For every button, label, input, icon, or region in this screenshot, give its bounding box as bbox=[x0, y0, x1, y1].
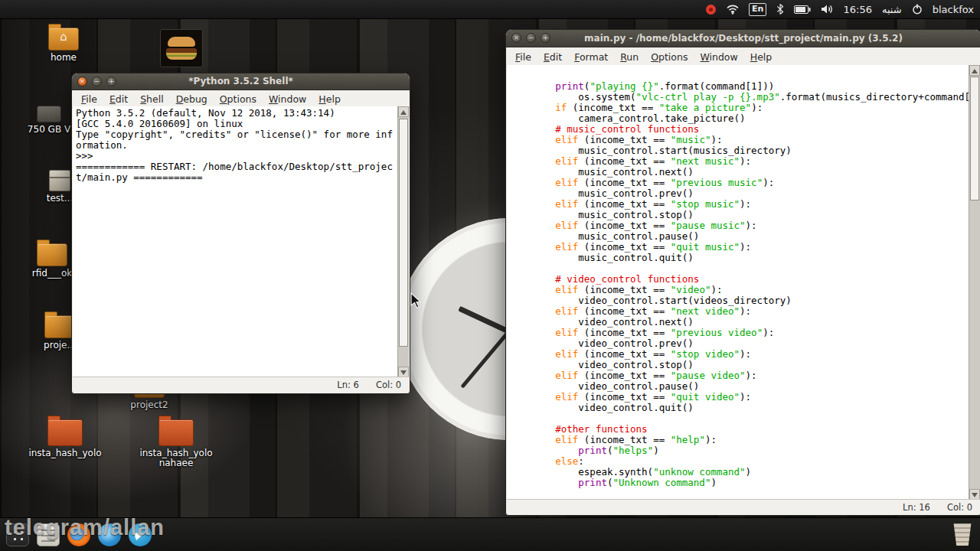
editor-scrollbar[interactable] bbox=[969, 65, 980, 500]
code-token: music_control.start(musics_directory) bbox=[509, 145, 792, 156]
code-token: ): bbox=[710, 134, 722, 145]
code-token bbox=[509, 348, 555, 360]
code-token: ): bbox=[746, 220, 757, 231]
battery-icon[interactable] bbox=[794, 0, 811, 18]
session-power-icon[interactable] bbox=[912, 0, 923, 18]
volume-icon[interactable] bbox=[821, 0, 833, 18]
menu-help[interactable]: Help bbox=[312, 93, 347, 105]
editor-code-line: #other functions bbox=[509, 424, 969, 435]
desktop-root: En 16:56 شنبه bbox=[0, 0, 980, 551]
code-token bbox=[509, 80, 555, 92]
editor-code-line: elif (income_txt == "next music"): bbox=[509, 156, 969, 167]
menu-window[interactable]: Window bbox=[263, 93, 312, 105]
editor-menubar: FileEditFormatRunOptionsWindowHelp bbox=[506, 47, 980, 67]
code-token: (income_txt == bbox=[578, 284, 670, 295]
desktop-icon-label: nahaee bbox=[136, 458, 216, 468]
editor-code-line: elif (income_txt == "video"): bbox=[509, 285, 969, 295]
menu-edit[interactable]: Edit bbox=[537, 51, 568, 63]
editor-code-line: video_control.start(videos_directory) bbox=[509, 295, 969, 306]
code-token: ): bbox=[710, 284, 722, 295]
editor-code-line: print("playing {}".format(command[1])) bbox=[509, 81, 969, 92]
code-token: "vlc-ctrl play -p {}.mp3" bbox=[636, 91, 780, 103]
minimize-button[interactable]: − bbox=[526, 33, 536, 43]
bluetooth-icon[interactable] bbox=[776, 0, 784, 18]
shell-text-area[interactable]: Python 3.5.2 (default, Nov 12 2018, 13:4… bbox=[73, 106, 398, 377]
editor-code-line: elif (income_txt == "quit video"): bbox=[509, 392, 969, 403]
menu-run[interactable]: Run bbox=[614, 51, 645, 63]
editor-code-line: elif (income_txt == "pause music"): bbox=[509, 220, 969, 231]
desktop-icon-insta-hash-yolo-nahaee[interactable]: insta_hash_yolo nahaee bbox=[136, 419, 216, 468]
minimize-button[interactable]: − bbox=[92, 77, 102, 86]
window-buttons: × − + bbox=[511, 33, 550, 43]
code-token: (income_txt == bbox=[578, 198, 670, 210]
editor-code-line: print("helps") bbox=[509, 445, 969, 456]
menu-format[interactable]: Format bbox=[568, 51, 614, 63]
code-token: ): bbox=[740, 348, 751, 360]
calendar-day[interactable]: شنبه bbox=[882, 0, 902, 18]
telegram-icon[interactable] bbox=[129, 523, 152, 546]
shell-menubar: FileEditShellDebugOptionsWindowHelp bbox=[72, 90, 410, 108]
desktop-icon-burger-image[interactable] bbox=[159, 29, 204, 67]
menu-edit[interactable]: Edit bbox=[103, 93, 134, 105]
code-token bbox=[509, 198, 555, 210]
code-token: "help" bbox=[671, 434, 705, 445]
code-token bbox=[509, 370, 555, 381]
scroll-up-arrow-icon[interactable] bbox=[969, 65, 980, 76]
record-indicator-icon[interactable] bbox=[705, 0, 717, 18]
blue-app-icon[interactable] bbox=[98, 523, 121, 546]
keyboard-layout-indicator[interactable]: En bbox=[749, 3, 766, 16]
close-button[interactable]: × bbox=[511, 33, 521, 43]
clock-time[interactable]: 16:56 bbox=[843, 0, 871, 18]
code-token: ): bbox=[705, 434, 717, 445]
editor-code-line: music_control.quit() bbox=[509, 253, 969, 263]
desktop-icon-insta-hash-yolo[interactable]: insta_hash_yolo bbox=[27, 419, 103, 458]
maximize-button[interactable]: + bbox=[541, 33, 550, 43]
username-label[interactable]: blackfox bbox=[933, 0, 974, 18]
code-token: (income_txt == bbox=[578, 134, 670, 145]
menu-file[interactable]: File bbox=[509, 51, 537, 63]
code-token bbox=[509, 177, 555, 188]
scroll-down-arrow-icon[interactable] bbox=[969, 489, 980, 500]
scroll-down-arrow-icon[interactable] bbox=[398, 367, 409, 377]
trash-icon[interactable] bbox=[952, 523, 972, 546]
menu-file[interactable]: File bbox=[75, 93, 103, 105]
editor-code-line: video_control.stop() bbox=[509, 360, 969, 370]
close-button[interactable]: × bbox=[77, 77, 87, 86]
code-token: elif bbox=[555, 134, 578, 145]
line-indicator: Ln: 16 bbox=[903, 502, 930, 513]
code-token: (income_txt == bbox=[578, 241, 670, 253]
network-wifi-icon[interactable] bbox=[727, 0, 739, 18]
file-manager-icon[interactable] bbox=[37, 523, 60, 546]
desktop-icon-home[interactable]: home bbox=[41, 28, 87, 63]
scrollbar-thumb[interactable] bbox=[970, 77, 979, 201]
shell-titlebar[interactable]: × − + *Python 3.5.2 Shell* bbox=[72, 73, 410, 90]
code-token: else bbox=[555, 455, 578, 467]
code-token: (income_txt == bbox=[578, 220, 670, 231]
editor-code-line: elif (income_txt == "quit music"): bbox=[509, 242, 969, 253]
grid-dots-icon bbox=[11, 528, 24, 542]
menu-options[interactable]: Options bbox=[214, 93, 263, 105]
code-token bbox=[509, 434, 555, 445]
code-token: "stop video" bbox=[671, 348, 740, 360]
menu-help[interactable]: Help bbox=[744, 51, 779, 63]
editor-titlebar[interactable]: × − + main.py - /home/blackfox/Desktop/s… bbox=[506, 30, 980, 47]
shell-scrollbar[interactable] bbox=[397, 106, 409, 377]
code-token bbox=[509, 102, 555, 113]
firefox-icon[interactable] bbox=[67, 523, 90, 546]
folder-icon bbox=[44, 315, 75, 338]
code-token: "previous video" bbox=[671, 327, 763, 338]
editor-text-area[interactable]: print("playing {}".format(command[1])) o… bbox=[507, 65, 969, 500]
menu-debug[interactable]: Debug bbox=[170, 93, 214, 105]
app-drawer-icon[interactable] bbox=[6, 523, 29, 546]
scroll-up-arrow-icon[interactable] bbox=[398, 106, 409, 117]
editor-code-line: elif (income_txt == "music"): bbox=[509, 135, 969, 145]
menu-options[interactable]: Options bbox=[645, 51, 694, 63]
code-token: "take a picture" bbox=[659, 102, 751, 113]
scrollbar-thumb[interactable] bbox=[399, 119, 408, 347]
menu-window[interactable]: Window bbox=[694, 51, 743, 63]
editor-window-title: main.py - /home/blackfox/Desktop/stt_pro… bbox=[506, 30, 980, 47]
menu-shell[interactable]: Shell bbox=[134, 93, 170, 105]
maximize-button[interactable]: + bbox=[106, 77, 116, 86]
code-token: ): bbox=[740, 391, 751, 403]
code-token: print bbox=[555, 80, 584, 92]
